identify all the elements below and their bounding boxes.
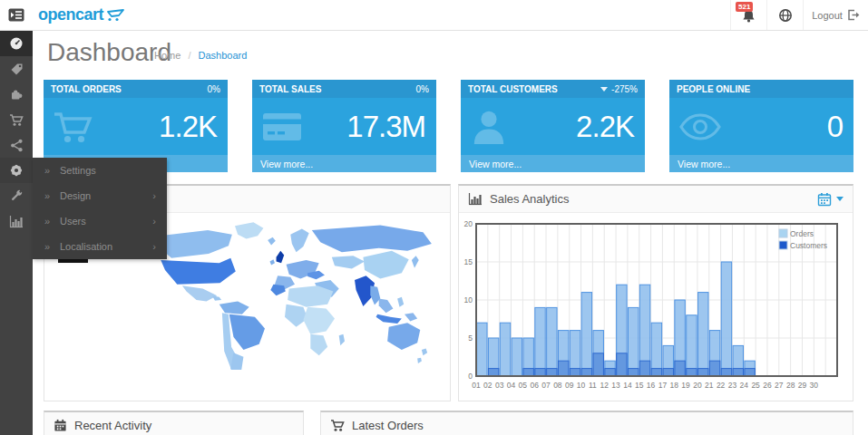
share-icon bbox=[10, 139, 24, 152]
cart-icon bbox=[330, 419, 345, 432]
sidebar-item-system[interactable] bbox=[0, 158, 33, 183]
flyout-item-label: Design bbox=[60, 190, 91, 201]
tile-change: -275% bbox=[611, 84, 638, 94]
date-range-button[interactable] bbox=[817, 192, 844, 207]
globe-icon bbox=[778, 8, 793, 23]
gauge-icon bbox=[9, 36, 24, 51]
svg-text:06: 06 bbox=[530, 381, 539, 390]
flyout-item-settings[interactable]: » Settings bbox=[33, 158, 167, 183]
flyout-item-label: Localisation bbox=[60, 241, 112, 252]
svg-text:04: 04 bbox=[507, 381, 516, 390]
calendar-icon bbox=[54, 419, 67, 432]
chevron-right-icon: › bbox=[152, 208, 156, 234]
breadcrumb-separator: / bbox=[188, 50, 190, 61]
language-button[interactable] bbox=[766, 0, 803, 30]
svg-text:15: 15 bbox=[464, 257, 473, 266]
logout-button[interactable]: Logout bbox=[803, 0, 868, 30]
svg-text:07: 07 bbox=[541, 381, 551, 390]
svg-text:10: 10 bbox=[577, 381, 586, 390]
svg-text:23: 23 bbox=[728, 381, 737, 390]
logout-label: Logout bbox=[812, 10, 843, 21]
tile-title: PEOPLE ONLINE bbox=[677, 84, 750, 94]
notifications-button[interactable]: 521 bbox=[730, 0, 766, 30]
flyout-item-localisation[interactable]: » Localisation › bbox=[33, 234, 167, 259]
sidebar-item-sales[interactable] bbox=[0, 107, 33, 132]
calendar-icon bbox=[817, 192, 832, 207]
credit-card-icon bbox=[261, 110, 303, 144]
bar-chart-icon bbox=[9, 215, 24, 228]
flyout-item-label: Users bbox=[60, 216, 86, 227]
tile-total-customers: TOTAL CUSTOMERS -275% 2.2K View more... bbox=[461, 80, 645, 172]
sidebar-item-extensions[interactable] bbox=[0, 82, 33, 107]
sales-analytics-title: Sales Analytics bbox=[490, 192, 569, 206]
svg-text:Customers: Customers bbox=[790, 241, 827, 250]
notification-badge: 521 bbox=[736, 2, 753, 12]
wrench-icon bbox=[9, 188, 24, 203]
svg-text:09: 09 bbox=[565, 381, 574, 390]
svg-text:08: 08 bbox=[553, 381, 562, 390]
tile-people-online: PEOPLE ONLINE 0 View more... bbox=[669, 80, 853, 172]
sidebar-nav bbox=[0, 31, 33, 435]
menu-toggle-button[interactable] bbox=[0, 0, 33, 30]
svg-text:10: 10 bbox=[464, 295, 473, 304]
view-more-link[interactable]: View more... bbox=[669, 155, 853, 172]
tile-value: 0 bbox=[827, 110, 843, 144]
bar-chart-icon bbox=[468, 192, 483, 206]
recent-activity-panel: Recent Activity bbox=[44, 411, 304, 435]
svg-text:13: 13 bbox=[611, 381, 620, 390]
latest-orders-title: Latest Orders bbox=[352, 419, 424, 432]
recent-activity-title: Recent Activity bbox=[74, 419, 151, 432]
breadcrumb: Home / Dashboard bbox=[154, 50, 247, 61]
tile-value: 17.3M bbox=[346, 110, 425, 144]
view-more-link[interactable]: View more... bbox=[252, 155, 436, 172]
sidebar-item-tools[interactable] bbox=[0, 183, 33, 208]
user-icon bbox=[470, 109, 508, 145]
flyout-item-users[interactable]: » Users › bbox=[33, 208, 167, 234]
svg-text:27: 27 bbox=[775, 381, 784, 390]
svg-text:0: 0 bbox=[468, 372, 473, 381]
world-map[interactable] bbox=[128, 220, 442, 370]
svg-text:20: 20 bbox=[693, 381, 702, 390]
latest-orders-panel: Latest Orders bbox=[320, 411, 853, 435]
logo-cart-icon bbox=[107, 9, 127, 22]
svg-text:18: 18 bbox=[670, 381, 679, 390]
double-chevron-icon: » bbox=[44, 208, 50, 234]
svg-text:02: 02 bbox=[483, 381, 493, 390]
view-more-link[interactable]: View more... bbox=[461, 155, 645, 172]
cart-icon bbox=[9, 113, 24, 127]
svg-text:11: 11 bbox=[589, 381, 597, 390]
svg-text:30: 30 bbox=[810, 381, 819, 390]
shopping-cart-icon bbox=[53, 109, 94, 145]
svg-text:5: 5 bbox=[468, 334, 473, 343]
chevron-right-icon: › bbox=[152, 183, 156, 208]
svg-text:20: 20 bbox=[464, 219, 473, 228]
tile-change: 0% bbox=[208, 84, 220, 94]
svg-text:24: 24 bbox=[740, 381, 749, 390]
breadcrumb-current[interactable]: Dashboard bbox=[199, 50, 248, 61]
sidebar-item-reports[interactable] bbox=[0, 208, 33, 234]
sidebar-item-dashboard[interactable] bbox=[0, 31, 33, 56]
top-header: opencart 521 Logout bbox=[0, 0, 868, 31]
svg-text:Orders: Orders bbox=[790, 229, 814, 238]
sidebar-item-catalog[interactable] bbox=[0, 56, 33, 82]
svg-text:21: 21 bbox=[705, 381, 714, 390]
svg-text:05: 05 bbox=[519, 381, 528, 390]
breadcrumb-home-link[interactable]: Home bbox=[154, 50, 180, 61]
flyout-item-label: Settings bbox=[60, 165, 96, 176]
logo-text: opencart bbox=[38, 5, 103, 24]
svg-text:26: 26 bbox=[763, 381, 772, 390]
sidebar-item-marketing[interactable] bbox=[0, 132, 33, 158]
opencart-logo[interactable]: opencart bbox=[38, 5, 127, 24]
puzzle-icon bbox=[9, 87, 24, 102]
flyout-item-design[interactable]: » Design › bbox=[33, 183, 167, 208]
double-chevron-icon: » bbox=[44, 234, 50, 259]
chevron-right-icon: › bbox=[152, 234, 156, 259]
sales-analytics-chart: 0510152001020304050607080910111213141516… bbox=[461, 217, 845, 398]
svg-text:01: 01 bbox=[472, 381, 481, 390]
svg-text:22: 22 bbox=[717, 381, 726, 390]
system-flyout-menu: » Settings » Design › » Users › » Locali… bbox=[33, 158, 167, 259]
svg-text:12: 12 bbox=[600, 381, 609, 390]
page-title: Dashboard bbox=[47, 38, 171, 67]
tag-icon bbox=[10, 63, 24, 76]
caret-down-icon bbox=[600, 87, 608, 92]
